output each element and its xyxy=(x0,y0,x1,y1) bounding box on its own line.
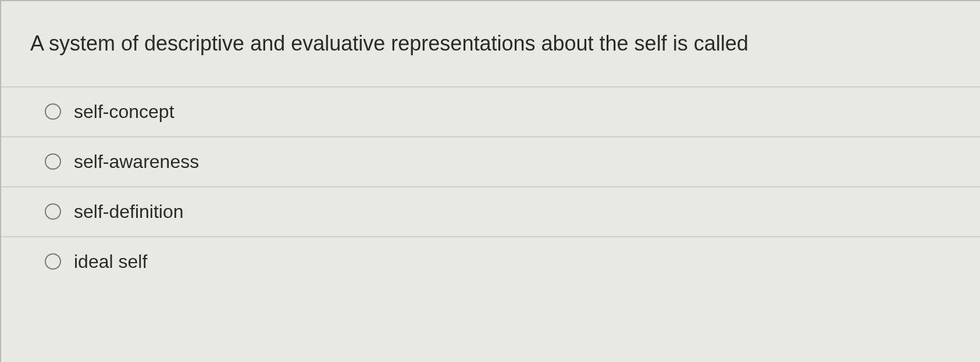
option-self-concept[interactable]: self-concept xyxy=(1,87,980,137)
radio-icon[interactable] xyxy=(45,253,61,270)
option-label: self-definition xyxy=(74,201,184,223)
option-label: self-concept xyxy=(74,101,174,123)
option-label: self-awareness xyxy=(74,151,199,173)
radio-icon[interactable] xyxy=(45,153,61,170)
option-self-awareness[interactable]: self-awareness xyxy=(1,137,980,187)
radio-icon[interactable] xyxy=(45,103,61,120)
quiz-container: A system of descriptive and evaluative r… xyxy=(0,0,980,362)
radio-icon[interactable] xyxy=(45,203,61,220)
question-text: A system of descriptive and evaluative r… xyxy=(1,1,980,87)
option-self-definition[interactable]: self-definition xyxy=(1,187,980,236)
options-list: self-concept self-awareness self-definit… xyxy=(1,87,980,286)
option-label: ideal self xyxy=(74,251,147,273)
option-ideal-self[interactable]: ideal self xyxy=(1,236,980,286)
